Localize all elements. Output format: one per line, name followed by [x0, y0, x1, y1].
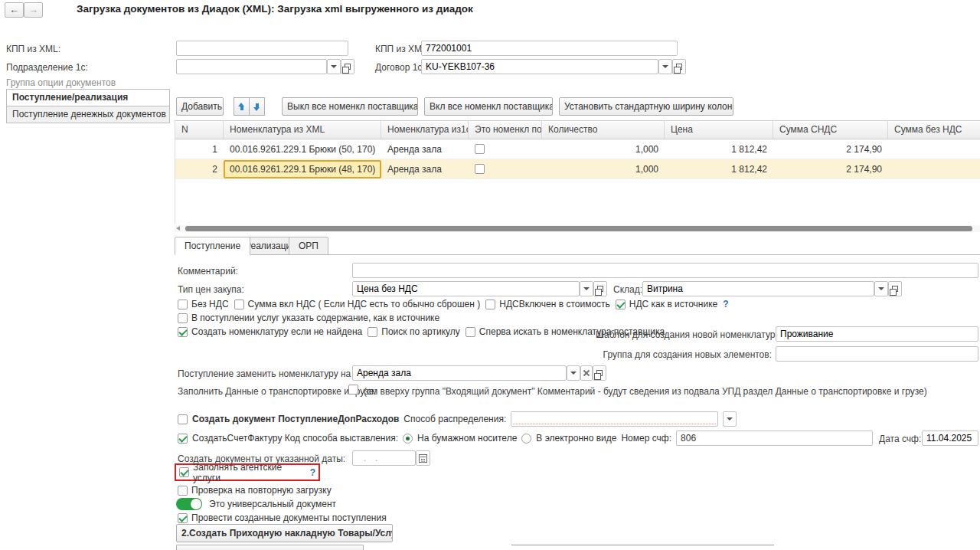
table-row[interactable]: 1 00.016.9261.229.1 Брюки (50, 170) Арен… [175, 139, 980, 159]
checkbox-box[interactable] [178, 300, 188, 309]
sklad-dropdown-button[interactable] [874, 281, 888, 296]
cell-nom-1c[interactable]: Аренда зала [381, 159, 469, 179]
row-checkbox[interactable] [475, 164, 485, 174]
column-header-n[interactable]: N [175, 121, 224, 139]
horizontal-scrollbar[interactable] [175, 225, 980, 232]
checkbox-poisk-po-artikulu[interactable]: Поиск по артикулу [368, 326, 460, 337]
checkbox-box[interactable] [485, 300, 495, 309]
partial-button-cutoff[interactable] [176, 545, 364, 550]
sklad-input[interactable]: Витрина [642, 281, 874, 296]
cell-price[interactable]: 1 812,42 [665, 139, 773, 159]
template-new-input[interactable]: Проживание [776, 326, 978, 342]
cell-qty[interactable]: 1,000 [542, 139, 665, 159]
cell-price[interactable]: 1 812,42 [665, 159, 773, 179]
price-type-dropdown-button[interactable] [580, 281, 593, 296]
standard-column-width-button[interactable]: Установить стандартную ширину колонок [559, 97, 733, 116]
scroll-left-icon[interactable] [176, 226, 180, 231]
checkbox-box[interactable] [466, 327, 475, 337]
comment-input[interactable] [352, 263, 978, 278]
checkbox-sozdat-nomenklaturu[interactable]: Создать номенклатуру если не найдена [178, 326, 362, 337]
dogovor-dropdown-button[interactable] [658, 59, 672, 74]
podrazdelenie-dropdown-button[interactable] [327, 59, 341, 74]
sposob-dropdown-button[interactable] [723, 411, 737, 427]
cell-nom-xml[interactable]: 00.016.9261.229.1 Брюки (50, 170) [224, 139, 381, 159]
docs-from-date-input[interactable]: . . [352, 450, 416, 466]
cell-sum-vat[interactable]: 2 174,90 [773, 159, 888, 179]
column-header-nom-xml[interactable]: Номенклатура из XML [224, 121, 381, 139]
schet-faktura-date-input[interactable]: 11.04.2025 [922, 431, 978, 446]
side-tab-postuplenie-realizaciya[interactable]: Поступление/реализация [6, 89, 170, 106]
column-header-qty[interactable]: Количество [542, 121, 665, 139]
replace-nomenclature-open-button[interactable] [593, 365, 606, 381]
group-caption: Группа опции документов [6, 77, 116, 88]
back-button[interactable]: ← [5, 2, 24, 18]
replace-nomenclature-dropdown-button[interactable] [567, 365, 580, 381]
kpp-xml-left-input[interactable] [176, 41, 348, 56]
podrazdelenie-input[interactable] [176, 59, 327, 74]
kpp-xml-right-input[interactable]: 772001001 [421, 41, 678, 56]
schet-faktura-checkbox[interactable] [178, 434, 188, 444]
checkbox-box[interactable] [178, 486, 188, 496]
sposob-raspredeleniya-input[interactable] [511, 411, 718, 427]
checkbox-uslugi-soderzhanie[interactable]: В поступлении услуг указать содержание, … [178, 313, 439, 323]
side-tab-denezhnye-dokumenty[interactable]: Поступление денежных документов [6, 106, 170, 123]
podrazdelenie-open-button[interactable] [341, 59, 354, 74]
cell-nom-1c[interactable]: Аренда зала [381, 139, 469, 159]
row-checkbox[interactable] [475, 144, 485, 154]
column-header-is-supplier-nom[interactable]: Это номенкл пост [469, 121, 542, 139]
transport-checkbox[interactable] [348, 385, 358, 394]
cell-sum-vat[interactable]: 2 174,90 [773, 139, 888, 159]
replace-nomenclature-clear-button[interactable] [580, 365, 593, 381]
price-type-input[interactable]: Цена без НДС [352, 281, 580, 296]
dop-rashodov-checkbox[interactable] [178, 414, 188, 424]
sklad-open-button[interactable] [888, 281, 902, 296]
group-new-input[interactable] [776, 346, 978, 362]
price-type-open-button[interactable] [593, 281, 607, 296]
add-button[interactable]: Добавить [176, 97, 224, 116]
radio-paper[interactable] [403, 434, 413, 444]
checkbox-box[interactable] [178, 313, 188, 323]
replace-nomenclature-input[interactable]: Аренда зала [352, 365, 567, 381]
tab-postuplenie[interactable]: Поступление [175, 237, 250, 255]
cell-n[interactable]: 2 [175, 159, 224, 179]
tab-orp[interactable]: ОРП [289, 237, 328, 255]
checkbox-summa-vkl-nds[interactable]: Сумма вкл НДС ( Если НДС есть то обычно … [234, 299, 481, 309]
universal-doc-toggle[interactable] [176, 498, 202, 510]
cell-sum-no-vat[interactable] [888, 159, 980, 179]
radio-electronic[interactable] [521, 434, 531, 444]
checkbox-box[interactable] [178, 327, 188, 337]
checkbox-repeat-check[interactable]: Проверка на повторную загрузку [178, 485, 332, 496]
checkbox-nds-vklyuchen[interactable]: НДСВключен в стоимость [485, 299, 610, 309]
scrollbar-thumb[interactable] [185, 226, 972, 231]
checkbox-post-docs[interactable]: Провести созданные документы поступления [178, 512, 387, 523]
table-row-selected[interactable]: 2 00.016.9261.229.1 Брюки (48, 170) Арен… [175, 159, 980, 179]
column-header-nom-1c[interactable]: Номенклатура из1с [381, 121, 469, 139]
schet-faktura-number-input[interactable]: 806 [676, 431, 873, 446]
create-invoice-button[interactable]: 2.Создать Приходную накладную Товары/Усл… [176, 524, 393, 542]
date-picker-button[interactable] [416, 450, 430, 466]
column-header-sum-no-vat[interactable]: Сумма без НДС [888, 121, 980, 139]
checkbox-box[interactable] [368, 327, 377, 337]
disable-all-nomenclature-button[interactable]: Выкл все номенкл поставщика [282, 97, 418, 116]
checkbox-box[interactable] [616, 300, 626, 309]
dogovor-open-button[interactable] [672, 59, 686, 74]
checkbox-box[interactable] [178, 513, 188, 523]
move-down-button[interactable] [249, 97, 265, 116]
column-header-price[interactable]: Цена [665, 121, 773, 139]
cell-qty[interactable]: 1,000 [542, 159, 665, 179]
column-header-sum-vat[interactable]: Сумма СНДС [773, 121, 888, 139]
cell-sum-no-vat[interactable] [888, 139, 980, 159]
forward-button[interactable]: → [24, 2, 43, 18]
agent-services-checkbox[interactable] [179, 467, 189, 477]
agent-services-label: Заполнять агентские услуги [193, 462, 306, 483]
checkbox-nds-kak-v-istochnike[interactable]: НДС как в источнике [616, 299, 717, 309]
move-up-button[interactable] [234, 97, 250, 116]
checkbox-bez-nds[interactable]: Без НДС [178, 299, 229, 309]
agent-services-help-link[interactable]: ? [310, 467, 315, 478]
dogovor-input[interactable]: KU-YEKB107-36 [421, 59, 658, 74]
cell-nom-xml-selected[interactable]: 00.016.9261.229.1 Брюки (48, 170) [224, 160, 381, 178]
enable-all-nomenclature-button[interactable]: Вкл все номенкл поставщика [424, 97, 553, 116]
cell-n[interactable]: 1 [175, 139, 224, 159]
help-link[interactable]: ? [723, 299, 728, 309]
checkbox-box[interactable] [234, 300, 244, 309]
